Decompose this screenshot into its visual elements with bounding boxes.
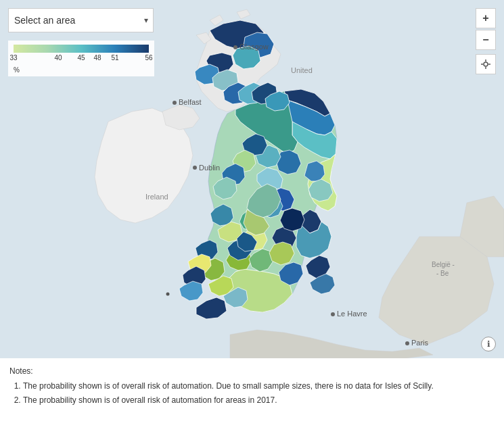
notes-section: Notes: The probability shown is of overa… — [0, 358, 504, 419]
info-icon: ℹ — [487, 339, 490, 349]
svg-text:Belfast: Belfast — [179, 98, 202, 106]
svg-text:United: United — [291, 66, 313, 74]
note-item-1: The probability shown is of overall risk… — [23, 380, 495, 392]
svg-text:Ireland: Ireland — [145, 193, 168, 201]
svg-point-2 — [233, 45, 237, 49]
zoom-in-button[interactable]: + — [476, 8, 496, 28]
svg-text:België -: België - — [432, 261, 455, 268]
notes-list: The probability shown is of overall risk… — [9, 380, 495, 406]
svg-point-17 — [484, 62, 488, 66]
legend-bar: 33 40 45 48 51 56 % — [14, 45, 149, 74]
svg-point-16 — [166, 293, 170, 296]
legend-ticks: 33 40 45 48 51 56 — [14, 54, 149, 65]
note-item-2: The probability shown is of overall risk… — [23, 394, 495, 406]
legend-tick-48: 48 — [93, 54, 101, 62]
svg-text:Glasgow: Glasgow — [239, 43, 269, 51]
area-select[interactable]: Select an area North East North West Yor… — [8, 8, 154, 32]
svg-text:Le Havre: Le Havre — [337, 310, 367, 318]
legend-tick-40: 40 — [54, 54, 62, 62]
area-dropdown-wrapper: Select an area North East North West Yor… — [8, 8, 154, 32]
svg-point-10 — [331, 312, 335, 316]
map-controls: + − — [476, 8, 496, 74]
location-button[interactable] — [476, 54, 496, 74]
info-button[interactable]: ℹ — [481, 337, 496, 351]
location-icon — [480, 59, 491, 70]
legend-tick-33: 33 — [9, 54, 17, 62]
legend-gradient — [14, 45, 149, 53]
svg-point-14 — [405, 341, 409, 345]
zoom-out-button[interactable]: − — [476, 30, 496, 50]
select-wrapper: Select an area North East North West Yor… — [8, 8, 154, 32]
svg-text:- Be: - Be — [436, 270, 449, 277]
svg-point-6 — [193, 166, 197, 170]
legend: 33 40 45 48 51 56 % — [8, 41, 154, 76]
legend-percent-label: % — [14, 66, 149, 74]
legend-tick-56: 56 — [145, 54, 152, 62]
svg-point-4 — [173, 101, 177, 105]
svg-text:Dublin: Dublin — [199, 164, 220, 172]
notes-title: Notes: — [9, 365, 495, 377]
svg-text:Paris: Paris — [411, 339, 429, 347]
legend-tick-51: 51 — [111, 54, 118, 62]
legend-tick-45: 45 — [77, 54, 85, 62]
map-container: Glasgow Belfast Dublin Ireland United Le… — [0, 0, 504, 358]
